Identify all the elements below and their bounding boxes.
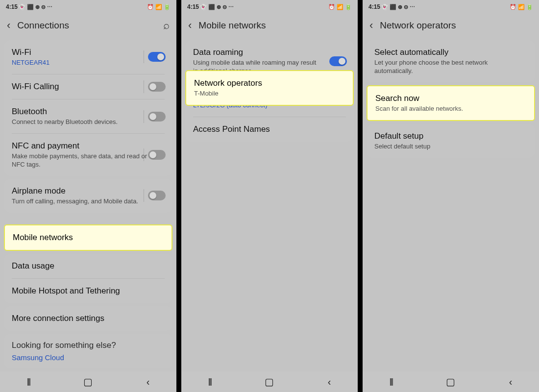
looking-for-row: Looking for something else? Samsung Clou…	[4, 334, 172, 368]
network-operators-row[interactable]: Network operators T-Mobile	[185, 70, 354, 106]
back-nav-icon[interactable]: ‹	[509, 376, 513, 388]
header: ‹ Connections ⌕	[0, 14, 176, 37]
data-usage-row[interactable]: Data usage	[4, 254, 172, 278]
status-bar: 4:15👻 ⬛ ⊕ ⊝ ⋯ ⏰ 📶 🔋	[363, 0, 539, 14]
recents-icon[interactable]: |||	[208, 377, 211, 386]
airplane-row[interactable]: Airplane mode Turn off calling, messagin…	[4, 179, 172, 213]
system-icons: ⏰ 📶 🔋	[147, 4, 171, 10]
back-nav-icon[interactable]: ‹	[328, 376, 331, 388]
search-icon[interactable]: ⌕	[163, 19, 170, 32]
more-settings-row[interactable]: More connection settings	[4, 306, 172, 331]
notification-icons: 👻 ⬛ ⊕ ⊝ ⋯	[19, 4, 52, 10]
back-icon[interactable]: ‹	[188, 19, 192, 32]
back-icon[interactable]: ‹	[369, 19, 373, 32]
home-icon[interactable]: ▢	[446, 376, 455, 388]
nav-bar: ||| ▢ ‹	[181, 371, 358, 392]
auto-select-row[interactable]: Select automatically Let your phone choo…	[367, 40, 535, 82]
status-bar: 4:15👻 ⬛ ⊕ ⊝ ⋯ ⏰ 📶 🔋	[181, 0, 358, 14]
nfc-toggle[interactable]	[148, 150, 166, 160]
back-icon[interactable]: ‹	[7, 19, 10, 32]
bluetooth-row[interactable]: Bluetooth Connect to nearby Bluetooth de…	[4, 99, 172, 133]
status-bar: 4:15👻 ⬛ ⊕ ⊝ ⋯ ⏰ 📶 🔋	[0, 0, 176, 14]
recents-icon[interactable]: |||	[390, 377, 392, 386]
home-icon[interactable]: ▢	[265, 376, 274, 388]
wifi-calling-row[interactable]: Wi-Fi Calling	[4, 74, 172, 99]
wifi-calling-toggle[interactable]	[148, 82, 166, 92]
nfc-row[interactable]: NFC and payment Make mobile payments, sh…	[4, 134, 172, 176]
bluetooth-toggle[interactable]	[148, 112, 166, 122]
search-now-row[interactable]: Search now Scan for all available networ…	[367, 85, 535, 121]
page-title: Mobile networks	[198, 20, 351, 31]
default-setup-row[interactable]: Default setup Select default setup	[367, 124, 535, 158]
nav-bar: ||| ▢ ‹	[363, 371, 539, 392]
wifi-row[interactable]: Wi-Fi NETGEAR41	[4, 40, 172, 74]
header: ‹ Network operators	[363, 14, 539, 37]
page-title: Connections	[17, 20, 156, 31]
samsung-cloud-link[interactable]: Samsung Cloud	[12, 353, 165, 362]
mobile-networks-row[interactable]: Mobile networks	[4, 224, 172, 251]
hotspot-row[interactable]: Mobile Hotspot and Tethering	[4, 279, 172, 303]
airplane-toggle[interactable]	[148, 191, 166, 200]
header: ‹ Mobile networks	[181, 14, 358, 37]
roaming-toggle[interactable]	[329, 56, 347, 66]
page-title: Network operators	[380, 20, 532, 31]
wifi-toggle[interactable]	[148, 52, 166, 62]
